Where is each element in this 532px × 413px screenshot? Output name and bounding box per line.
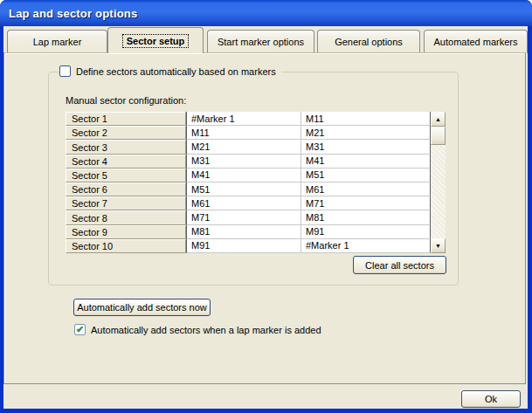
sector-name-cell[interactable]: Sector 10	[66, 239, 186, 253]
sector-start-cell[interactable]: M11	[186, 126, 301, 140]
tab-label: Start marker options	[218, 37, 304, 47]
table-row: Sector 6 M51 M61	[66, 182, 446, 196]
table-row: Sector 8 M71 M81	[66, 210, 446, 224]
sector-name-cell[interactable]: Sector 4	[66, 155, 186, 169]
table-row: Sector 5 M41 M51	[66, 169, 446, 182]
table-row: Sector 10 M91 #Marker 1	[66, 239, 446, 253]
sector-end-cell[interactable]: #Marker 1	[301, 239, 431, 253]
window-title: Lap and sector options	[9, 7, 137, 20]
sector-setup-tab-page: Define sectors automatically based on ma…	[3, 52, 526, 384]
sector-start-cell[interactable]: M21	[186, 140, 301, 154]
manual-config-label: Manual sector configuration:	[66, 95, 186, 106]
sector-end-cell[interactable]: M51	[301, 169, 431, 182]
sector-start-cell[interactable]: M81	[186, 225, 301, 239]
sector-start-cell[interactable]: M91	[186, 239, 301, 253]
sector-end-cell[interactable]: M91	[301, 225, 431, 239]
sector-name-cell[interactable]: Sector 7	[66, 196, 186, 210]
sector-end-cell[interactable]: M71	[301, 196, 431, 210]
scrollbar-thumb[interactable]	[431, 127, 446, 145]
tab-label: General options	[335, 37, 403, 47]
auto-add-checkbox[interactable]: ✔	[74, 324, 86, 335]
tab-automated-markers[interactable]: Automated markers	[424, 30, 528, 53]
sector-name-cell[interactable]: Sector 3	[66, 140, 186, 154]
sector-start-cell[interactable]: M71	[186, 210, 301, 224]
table-row: Sector 4 M31 M41	[66, 155, 446, 169]
sector-name-cell[interactable]: Sector 6	[66, 182, 186, 196]
sector-end-cell[interactable]: M61	[301, 182, 431, 196]
sector-end-cell[interactable]: M11	[301, 112, 431, 126]
auto-add-checkbox-label: Automatically add sectors when a lap mar…	[91, 325, 321, 335]
scrollbar-up-arrow-icon[interactable]: ▲	[431, 112, 446, 127]
sector-name-cell[interactable]: Sector 5	[66, 169, 186, 182]
sector-end-cell[interactable]: M21	[301, 126, 431, 140]
titlebar[interactable]: Lap and sector options	[0, 0, 532, 26]
table-row: Sector 1 #Marker 1 M11	[66, 112, 446, 126]
sector-start-cell[interactable]: M31	[186, 155, 301, 169]
ok-button[interactable]: Ok	[461, 390, 521, 408]
auto-add-checkbox-row: ✔ Automatically add sectors when a lap m…	[74, 324, 321, 335]
sector-table: Sector 1 #Marker 1 M11 Sector 2 M11 M21 …	[66, 112, 446, 253]
sector-name-cell[interactable]: Sector 2	[66, 126, 186, 140]
sector-start-cell[interactable]: #Marker 1	[186, 112, 301, 126]
clear-all-sectors-button[interactable]: Clear all sectors	[353, 256, 446, 274]
sector-name-cell[interactable]: Sector 8	[66, 210, 186, 224]
define-sectors-caption: Define sectors automatically based on ma…	[59, 65, 281, 77]
auto-add-sectors-now-button[interactable]: Automatically add sectors now	[73, 299, 211, 316]
table-row: Sector 2 M11 M21	[66, 126, 446, 140]
sector-start-cell[interactable]: M61	[186, 196, 301, 210]
tab-label: Lap marker	[33, 37, 82, 47]
scrollbar-down-arrow-icon[interactable]: ▼	[431, 238, 446, 253]
tab-start-marker-options[interactable]: Start marker options	[207, 30, 314, 53]
define-sectors-checkbox[interactable]	[59, 65, 71, 77]
sector-end-cell[interactable]: M81	[301, 210, 431, 224]
tab-label: Automated markers	[434, 37, 518, 47]
tab-label: Sector setup	[123, 35, 189, 47]
sector-end-cell[interactable]: M31	[301, 140, 431, 154]
define-sectors-checkbox-label: Define sectors automatically based on ma…	[76, 66, 276, 77]
check-icon: ✔	[76, 325, 84, 334]
table-scrollbar[interactable]: ▲ ▼	[431, 112, 446, 253]
lap-sector-options-dialog: Lap and sector options Lap marker Sector…	[0, 0, 532, 413]
table-row: Sector 7 M61 M71	[66, 196, 446, 210]
sector-end-cell[interactable]: M41	[301, 155, 431, 169]
table-row: Sector 3 M21 M31	[66, 140, 446, 154]
sector-name-cell[interactable]: Sector 1	[66, 112, 186, 126]
dialog-client-area: Lap marker Sector setup Start marker opt…	[3, 26, 528, 409]
tab-general-options[interactable]: General options	[317, 30, 420, 53]
table-row: Sector 9 M81 M91	[66, 225, 446, 239]
sector-start-cell[interactable]: M51	[186, 182, 301, 196]
tab-lap-marker[interactable]: Lap marker	[7, 30, 107, 53]
sector-start-cell[interactable]: M41	[186, 169, 301, 182]
tab-sector-setup[interactable]: Sector setup	[107, 27, 204, 53]
sector-name-cell[interactable]: Sector 9	[66, 225, 186, 239]
